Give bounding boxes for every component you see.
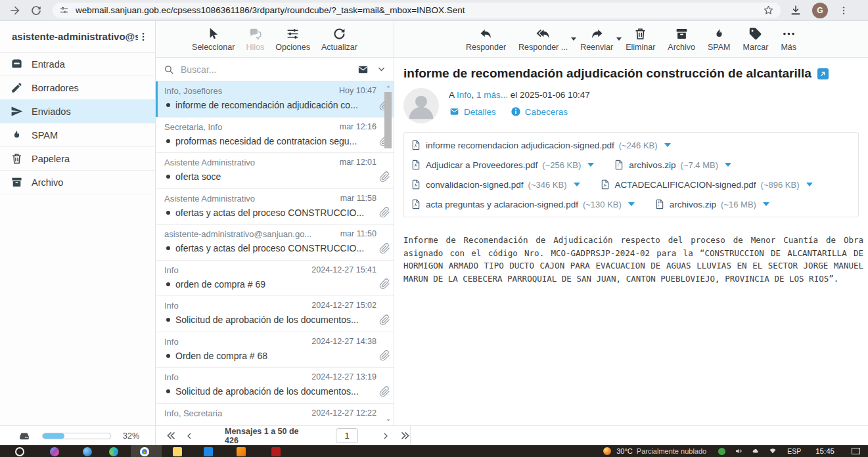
download-icon[interactable] [790,5,802,16]
sidebar-folder-item[interactable]: Borradores [0,76,155,100]
forward-arrow-icon[interactable] [9,5,21,16]
attachment-item[interactable]: archivos.zip (~7.4 MB) [614,159,731,171]
recipient-link[interactable]: Info [457,90,472,100]
attachment-name[interactable]: acta preguntas y aclaracion-signed.pdf [426,200,578,209]
toolbar-button-label: Archivo [668,43,695,52]
dropdown-caret-icon[interactable] [571,37,576,41]
internet-explorer-icon[interactable] [83,447,92,456]
next-page-icon[interactable] [382,432,390,440]
message-list-row[interactable]: Info 2024-12-27 13:19 Solicitud de aprob… [156,368,394,404]
last-page-icon[interactable] [400,431,410,441]
attachment-menu-caret-icon[interactable] [574,183,580,186]
message-list-row[interactable]: Info, Joseflores Hoy 10:47 informe de re… [156,81,394,118]
cloud-tray-icon[interactable] [752,447,760,455]
message-subject: proformas necesidad de contratacion segu… [175,136,377,146]
first-page-icon[interactable] [166,431,176,441]
attachment-menu-caret-icon[interactable] [587,163,594,167]
search-taskbar-icon[interactable] [15,447,24,456]
attachment-menu-caret-icon[interactable] [664,143,671,147]
message-toolbar-button[interactable]: Marcar [742,27,770,52]
page-number-input[interactable] [336,428,358,443]
site-settings-icon[interactable] [59,5,69,15]
attachment-name[interactable]: archivos.zip [670,200,716,209]
attachment-item[interactable]: Adjudicar a Proveedores.pdf (~256 KB) [411,159,594,171]
scrollbar-thumb[interactable] [384,92,392,148]
copilot-icon[interactable] [50,447,59,456]
message-list-row[interactable]: Info 2024-12-27 15:41 orden de compra # … [156,261,394,297]
network-icon[interactable] [769,447,777,455]
message-list-row[interactable]: Info, Secretaria 2024-12-27 12:22 [156,404,394,426]
message-list-row[interactable]: Asistente Administrativo mar 11:58 ofert… [156,189,394,225]
message-toolbar-button[interactable]: Archivo [666,27,697,52]
list-toolbar-button[interactable]: Seleccionar [191,27,236,52]
sidebar-folder-item[interactable]: SPAM [0,123,155,147]
list-toolbar-button[interactable]: Hilos [244,27,265,52]
scroll-down-icon[interactable] [385,418,392,423]
message-toolbar-button[interactable]: SPAM [706,27,732,52]
search-scope-mail-icon[interactable] [357,64,369,75]
language-indicator[interactable]: ESP [787,447,801,455]
search-input[interactable] [181,64,357,75]
office-app-icon[interactable] [237,447,246,456]
message-list-row[interactable]: asistente-administrativo@sanjuan.go... m… [156,225,394,261]
message-list-row[interactable]: Info 2024-12-27 14:38 Orden de compra # … [156,332,394,368]
more-recipients-link[interactable]: 1 más... [476,90,508,100]
attachment-item[interactable]: archivos.zip (~16 MB) [654,198,769,210]
url-text[interactable]: webmail.sanjuan.gob.ec/cpsess1086361186/… [76,5,763,15]
address-bar[interactable]: webmail.sanjuan.gob.ec/cpsess1086361186/… [53,3,781,18]
attachment-name[interactable]: archivos.zip [629,160,675,170]
attachment-name[interactable]: convalidacion-signed.pdf [426,180,524,190]
sidebar-folder-item[interactable]: Entrada [0,53,155,76]
notification-center-icon[interactable] [852,448,860,454]
bookmark-star-icon[interactable] [763,5,774,16]
attachment-item[interactable]: informe recomendacion adjudicacion-signe… [411,139,671,151]
scroll-up-icon[interactable] [385,84,392,89]
acrobat-icon[interactable] [271,447,281,456]
chrome-icon[interactable] [140,447,149,456]
list-toolbar-button[interactable]: Actualizar [320,27,359,52]
attachment-name[interactable]: Adjudicar a Proveedores.pdf [426,160,537,170]
dropdown-caret-icon[interactable] [616,37,622,41]
headers-toggle[interactable]: Cabeceras [511,106,568,117]
attachment-item[interactable]: acta preguntas y aclaracion-signed.pdf (… [411,198,635,210]
details-toggle[interactable]: Detalles [449,107,496,117]
attachment-item[interactable]: ACTADECALIFICACION-signed.pdf (~896 KB) [600,179,813,190]
sidebar-folder-item[interactable]: Papelera [0,147,155,171]
prev-page-icon[interactable] [185,432,193,440]
volume-icon[interactable] [735,447,742,455]
message-list-row[interactable]: Asistente Administrativo mar 12:01 ofert… [156,153,394,189]
weather-condition[interactable]: Parcialmente nublado [637,447,706,455]
attachment-menu-caret-icon[interactable] [806,183,813,186]
mail-app-icon[interactable] [204,447,213,456]
taskbar-clock[interactable]: 15:45 [815,447,834,455]
message-toolbar-button[interactable]: Reenviar [579,27,614,52]
attachment-menu-caret-icon[interactable] [763,202,769,206]
weather-icon[interactable] [603,447,611,455]
sidebar-folder-item[interactable]: Enviados [0,100,155,123]
attachment-menu-caret-icon[interactable] [725,163,731,167]
attachment-name[interactable]: ACTADECALIFICACION-signed.pdf [615,180,756,190]
message-toolbar-button[interactable]: Responder [465,27,507,52]
search-options-chevron-icon[interactable] [377,65,386,74]
edge-icon[interactable] [109,447,118,456]
open-external-icon[interactable] [817,68,829,79]
message-list-row[interactable]: Info 2024-12-27 15:02 Solicitud de aprob… [156,296,394,332]
browser-menu-icon[interactable] [838,5,849,16]
weather-temperature[interactable]: 30°C [616,447,633,455]
list-scrollbar[interactable] [384,83,393,424]
message-toolbar-button[interactable]: Más [779,27,798,52]
attachment-menu-caret-icon[interactable] [628,202,635,206]
message-toolbar-button[interactable]: Responder ... [517,27,569,52]
list-toolbar-button[interactable]: Opciones [274,27,311,52]
message-toolbar-button[interactable]: Eliminar [624,27,656,52]
attachment-item[interactable]: convalidacion-signed.pdf (~346 KB) [411,179,580,190]
antivirus-tray-icon[interactable] [718,448,725,455]
attachment-size: (~346 KB) [528,180,567,190]
account-menu-icon[interactable] [138,32,148,42]
browser-profile-avatar[interactable]: G [812,3,828,18]
reload-icon[interactable] [30,5,42,16]
file-explorer-icon[interactable] [173,447,182,456]
message-list-row[interactable]: Secretaria, Info mar 12:16 proformas nec… [156,118,394,154]
sidebar-folder-item[interactable]: Archivo [0,171,155,194]
attachment-name[interactable]: informe recomendacion adjudicacion-signe… [426,141,614,150]
